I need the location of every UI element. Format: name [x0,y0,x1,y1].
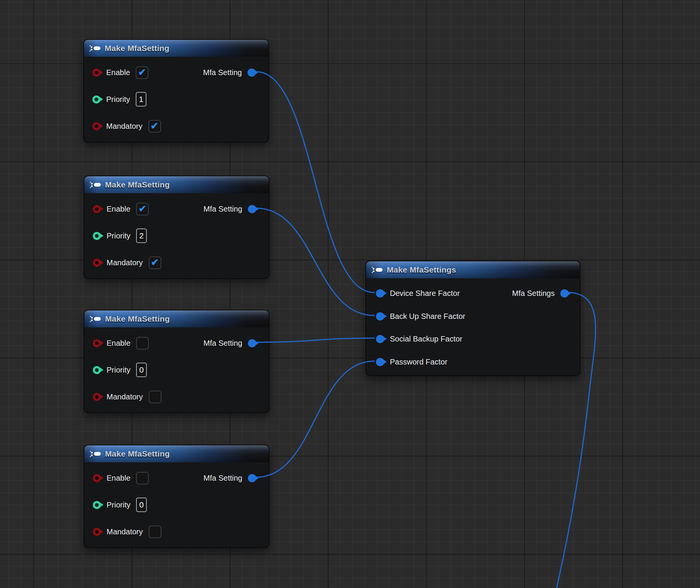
struct-pin-icon[interactable] [376,358,384,366]
pin-row-mandatory: Mandatory ✔ [93,518,161,545]
bool-pin-icon[interactable] [92,122,100,130]
node-title: Make MfaSetting [105,449,170,458]
node-make-mfasettings[interactable]: ↘↗ Make MfaSettings Device Share Factor … [365,261,580,376]
pin-label: Enable [107,474,130,483]
node-title: Make MfaSetting [105,314,170,324]
pin-row-enable: Enable ✔ [93,195,149,222]
node-make-mfasetting-3[interactable]: ↘↗ Make MfaSetting Enable ✔ Priority 0 M… [84,310,269,413]
check-icon: ✔ [138,204,146,214]
make-struct-icon: ↘↗ [89,181,101,189]
node-make-mfasetting-4[interactable]: ↘↗ Make MfaSetting Enable ✔ Priority 0 M… [84,445,269,548]
struct-pin-icon[interactable] [248,205,256,213]
node-make-mfasetting-2[interactable]: ↘↗ Make MfaSetting Enable ✔ Priority 2 M… [84,176,269,279]
priority-value-input[interactable]: 2 [136,228,147,243]
struct-pin-icon[interactable] [248,474,256,482]
struct-pin-icon[interactable] [248,69,256,77]
pin-row-back-up-share-factor: Back Up Share Factor [376,305,465,328]
mandatory-checkbox[interactable]: ✔ [149,391,161,403]
priority-value-input[interactable]: 0 [136,498,147,512]
pin-row-enable: Enable ✔ [93,465,149,491]
pin-row-priority: Priority 0 [93,356,147,383]
pin-row-output: Mfa Setting [204,330,256,356]
bool-pin-icon[interactable] [93,528,101,536]
make-struct-icon: ↘↗ [89,44,100,52]
struct-pin-icon[interactable] [560,289,569,297]
bool-pin-icon[interactable] [93,474,101,482]
pin-row-priority: Priority 2 [93,222,147,249]
pin-row-output: Mfa Setting [204,195,256,222]
struct-pin-icon[interactable] [376,289,384,297]
pin-label: Mfa Setting [203,68,242,77]
pin-label: Mfa Setting [204,339,242,348]
pin-label: Mandatory [107,258,143,267]
pin-label: Mandatory [106,122,143,131]
check-icon: ✔ [151,121,159,131]
pin-label: Mfa Setting [204,474,242,483]
bool-pin-icon[interactable] [92,69,100,77]
int-pin-icon[interactable] [93,501,101,509]
pin-row-enable: Enable ✔ [92,59,148,86]
pin-label: Back Up Share Factor [390,312,465,321]
pin-row-output: Mfa Setting [203,59,256,86]
make-struct-icon: ↘↗ [371,266,383,274]
pin-row-mandatory: Mandatory ✔ [92,113,161,140]
node-make-mfasetting-1[interactable]: ↘↗ Make MfaSetting Enable ✔ Priority 1 M… [83,39,269,143]
bool-pin-icon[interactable] [93,205,101,213]
enable-checkbox[interactable]: ✔ [136,337,149,350]
bool-pin-icon[interactable] [93,259,101,267]
check-icon: ✔ [151,258,159,267]
wire-setting2-to-backup-share[interactable] [256,208,374,315]
priority-value-input[interactable]: 0 [136,363,147,377]
pin-label: Enable [107,339,130,348]
pin-row-priority: Priority 0 [93,491,147,518]
node-title: Make MfaSetting [105,44,169,53]
pin-label: Social Backup Factor [390,335,462,343]
pin-label: Mfa Settings [512,289,555,298]
bool-pin-icon[interactable] [93,393,101,401]
pin-label: Device Share Factor [390,289,460,298]
node-header[interactable]: ↘↗ Make MfaSetting [84,445,269,462]
enable-checkbox[interactable]: ✔ [136,472,149,485]
wire-setting3-to-social-backup[interactable] [256,338,374,342]
wire-setting1-to-device-share[interactable] [256,72,374,292]
pin-label: Priority [107,232,130,240]
int-pin-icon[interactable] [93,366,101,374]
bool-pin-icon[interactable] [93,339,101,347]
pin-row-password-factor: Password Factor [376,350,447,373]
enable-checkbox[interactable]: ✔ [136,203,149,215]
pin-row-mandatory: Mandatory ✔ [93,383,161,410]
pin-label: Priority [106,95,130,104]
mandatory-checkbox[interactable]: ✔ [149,256,161,269]
make-struct-icon: ↘↗ [89,450,101,458]
mandatory-checkbox[interactable]: ✔ [149,526,161,538]
pin-row-output: Mfa Settings [512,282,569,305]
struct-pin-icon[interactable] [376,335,384,343]
node-header[interactable]: ↘↗ Make MfaSettings [366,261,580,278]
check-icon: ✔ [138,67,146,77]
wire-setting4-to-password[interactable] [256,361,374,477]
pin-label: Mfa Setting [204,205,242,214]
pin-label: Mandatory [107,393,143,401]
node-header[interactable]: ↘↗ Make MfaSetting [84,310,269,327]
enable-checkbox[interactable]: ✔ [136,66,148,79]
node-title: Make MfaSetting [105,180,170,189]
pin-row-output: Mfa Setting [204,465,256,491]
struct-pin-icon[interactable] [376,312,384,320]
pin-label: Priority [107,366,130,374]
make-struct-icon: ↘↗ [89,315,101,323]
pin-label: Password Factor [390,358,447,366]
mandatory-checkbox[interactable]: ✔ [148,120,161,133]
pin-label: Enable [107,205,130,214]
node-header[interactable]: ↘↗ Make MfaSetting [84,40,268,57]
priority-value-input[interactable]: 1 [136,92,146,107]
int-pin-icon[interactable] [92,95,100,103]
pin-label: Enable [106,68,130,77]
int-pin-icon[interactable] [93,232,101,240]
node-header[interactable]: ↘↗ Make MfaSetting [84,176,269,193]
blueprint-graph-canvas[interactable]: ↘↗ Make MfaSetting Enable ✔ Priority 1 M… [0,0,700,588]
pin-row-priority: Priority 1 [92,86,146,113]
pin-row-social-backup-factor: Social Backup Factor [376,327,462,350]
struct-pin-icon[interactable] [248,339,256,347]
pin-label: Mandatory [107,527,143,536]
pin-row-mandatory: Mandatory ✔ [93,249,161,276]
